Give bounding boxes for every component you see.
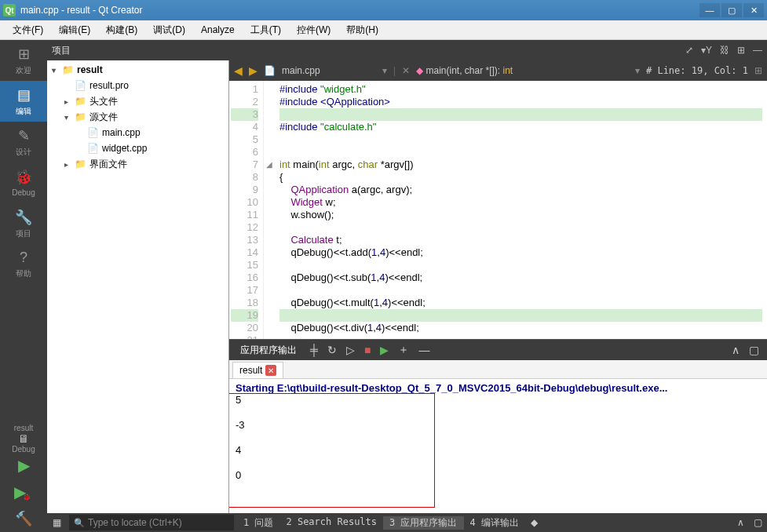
output-panel: 应用程序输出 ╪ ↻ ▷ ■ ▶ ＋ — ∧ ▢ resul xyxy=(229,339,767,513)
mode-icon: ⊞ xyxy=(18,46,30,63)
mode-设计[interactable]: ✎设计 xyxy=(0,122,47,162)
code-editor[interactable]: 1234567891011121314151617181920212223 ◢ … xyxy=(229,81,767,339)
tree-item-源文件[interactable]: ▾📁源文件 xyxy=(49,109,227,125)
expand-icon[interactable]: ▸ xyxy=(64,97,74,106)
tree-item-widget.cpp[interactable]: 📄widget.cpp xyxy=(49,140,227,156)
kit-selector[interactable]: result 🖥 Debug xyxy=(0,425,47,452)
mode-icon: ▤ xyxy=(17,86,31,104)
mode-Debug[interactable]: 🐞Debug xyxy=(0,162,47,203)
dropdown-icon[interactable]: ▾ xyxy=(382,65,387,76)
editor-topbar: ◀ ▶ 📄 main.cpp ▾ | ✕ ◆ main(int, char *[… xyxy=(229,60,767,81)
project-panel-header: 项目 ⤢ ▾Y ⛓ ⊞ — xyxy=(47,40,767,60)
output-start-line: Starting E:\qt\build-result-Desktop_Qt_5… xyxy=(236,382,761,394)
mode-icon: ✎ xyxy=(18,127,30,144)
project-tree[interactable]: ▾📁result📄result.pro▸📁头文件▾📁源文件📄main.cpp📄w… xyxy=(47,60,228,513)
tree-item-头文件[interactable]: ▸📁头文件 xyxy=(49,93,227,109)
mode-icon: ? xyxy=(20,250,27,266)
output-header: 应用程序输出 ╪ ↻ ▷ ■ ▶ ＋ — ∧ ▢ xyxy=(229,340,767,360)
nav-back-icon[interactable]: ◀ xyxy=(234,64,243,77)
tree-item-result.pro[interactable]: 📄result.pro xyxy=(49,78,227,93)
nav-fwd-icon[interactable]: ▶ xyxy=(249,64,257,77)
output-filter-icon[interactable]: ╪ xyxy=(305,341,323,359)
expand-icon[interactable]: ▸ xyxy=(64,160,74,169)
expand-icon[interactable]: ⤢ xyxy=(685,45,693,56)
mode-项目[interactable]: 🔧项目 xyxy=(0,203,47,244)
symbol-combo[interactable]: ◆ main(int, char *[]): int xyxy=(416,65,629,76)
menu-5[interactable]: 工具(T) xyxy=(243,21,289,39)
run-button[interactable]: ▶ xyxy=(0,452,47,479)
menu-6[interactable]: 控件(W) xyxy=(289,21,338,39)
menu-0[interactable]: 文件(F) xyxy=(5,21,51,39)
highlight-box xyxy=(229,393,435,508)
close-pane-icon[interactable]: ▢ xyxy=(749,517,767,528)
split-icon[interactable]: ⊞ xyxy=(737,45,745,56)
mode-icon: 🔧 xyxy=(15,209,32,226)
filter-icon[interactable]: ▾Y xyxy=(701,45,712,56)
mode-编辑[interactable]: ▤编辑 xyxy=(0,81,47,122)
menu-3[interactable]: 调试(D) xyxy=(145,21,193,39)
folder-icon: 📁 xyxy=(74,96,86,107)
menu-4[interactable]: Analyze xyxy=(193,22,243,38)
output-skip-icon[interactable]: ▷ xyxy=(341,341,360,359)
output-stop-button[interactable]: ■ xyxy=(360,341,375,359)
folder-icon: 📁 xyxy=(74,111,86,122)
expand-icon[interactable]: ▾ xyxy=(52,66,61,75)
window-title: main.cpp - result - Qt Creator xyxy=(20,5,699,16)
more-panels-icon[interactable]: ◆ xyxy=(525,517,544,528)
qt-logo-icon: Qt xyxy=(3,4,16,16)
output-add-icon[interactable]: ＋ xyxy=(393,341,414,359)
prev-pane-icon[interactable]: ∧ xyxy=(732,517,749,528)
project-tree-panel: ▾📁result📄result.pro▸📁头文件▾📁源文件📄main.cpp📄w… xyxy=(47,60,229,513)
bottom-bar: ▦ Type to locate (Ctrl+K) 1 问题2 Search R… xyxy=(47,513,767,532)
build-button[interactable]: 🔨 xyxy=(0,505,47,532)
output-tabs: result ✕ xyxy=(229,360,767,379)
output-min-icon[interactable]: ∧ xyxy=(727,341,744,359)
close-button[interactable]: ✕ xyxy=(743,3,764,17)
debug-run-button[interactable]: ▶ xyxy=(0,479,47,505)
bottom-tab-3[interactable]: 4 编译输出 xyxy=(464,516,525,530)
output-remove-icon[interactable]: — xyxy=(414,341,434,359)
tree-item-main.cpp[interactable]: 📄main.cpp xyxy=(49,125,227,140)
project-panel-title: 项目 xyxy=(52,44,678,57)
link-icon[interactable]: ⛓ xyxy=(720,45,729,56)
bottom-tab-2[interactable]: 3 应用程序输出 xyxy=(383,516,463,530)
file-icon: 📄 xyxy=(86,127,99,138)
output-tab-result[interactable]: result ✕ xyxy=(232,362,283,378)
monitor-icon: 🖥 xyxy=(18,432,29,445)
close-panel-icon[interactable]: — xyxy=(753,45,762,56)
file-icon: 📄 xyxy=(264,65,276,76)
line-info[interactable]: # Line: 19, Col: 1 xyxy=(646,65,748,76)
output-max-icon[interactable]: ▢ xyxy=(744,341,764,359)
mode-icon: 🐞 xyxy=(15,169,32,186)
file-icon: 📄 xyxy=(74,80,86,91)
symbol-dropdown-icon[interactable]: ▾ xyxy=(635,65,640,76)
folder-icon: 📁 xyxy=(61,64,74,75)
locator-input[interactable]: Type to locate (Ctrl+K) xyxy=(69,515,234,530)
close-file-icon[interactable]: ✕ xyxy=(402,65,410,76)
menu-1[interactable]: 编辑(E) xyxy=(51,21,98,39)
menu-7[interactable]: 帮助(H) xyxy=(338,21,386,39)
folder-icon: 📁 xyxy=(74,159,86,169)
file-icon: 📄 xyxy=(86,143,99,154)
bottom-tab-0[interactable]: 1 问题 xyxy=(237,516,279,530)
mode-帮助[interactable]: ?帮助 xyxy=(0,244,47,285)
titlebar: Qt main.cpp - result - Qt Creator — ▢ ✕ xyxy=(0,0,767,20)
editor-filename[interactable]: main.cpp xyxy=(282,65,376,76)
maximize-button[interactable]: ▢ xyxy=(721,3,742,17)
kit-name: result xyxy=(14,424,33,432)
output-title[interactable]: 应用程序输出 xyxy=(232,341,305,360)
output-run-button[interactable]: ▶ xyxy=(375,341,393,359)
mode-欢迎[interactable]: ⊞欢迎 xyxy=(0,40,47,81)
menu-2[interactable]: 构建(B) xyxy=(98,21,145,39)
minimize-button[interactable]: — xyxy=(699,3,720,17)
output-rerun-icon[interactable]: ↻ xyxy=(323,341,341,359)
output-console[interactable]: Starting E:\qt\build-result-Desktop_Qt_5… xyxy=(229,379,767,513)
bottom-tab-1[interactable]: 2 Search Results xyxy=(279,516,383,530)
tree-item-result[interactable]: ▾📁result xyxy=(49,62,227,78)
close-output-tab-icon[interactable]: ✕ xyxy=(265,365,276,376)
expand-icon[interactable]: ▾ xyxy=(64,113,74,122)
split-editor-icon[interactable]: ⊞ xyxy=(754,65,762,76)
panel-toggle-icon[interactable]: ▦ xyxy=(47,517,66,528)
mode-sidebar: ⊞欢迎▤编辑✎设计🐞Debug🔧项目?帮助 result 🖥 Debug ▶ ▶… xyxy=(0,40,47,532)
tree-item-界面文件[interactable]: ▸📁界面文件 xyxy=(49,156,227,172)
